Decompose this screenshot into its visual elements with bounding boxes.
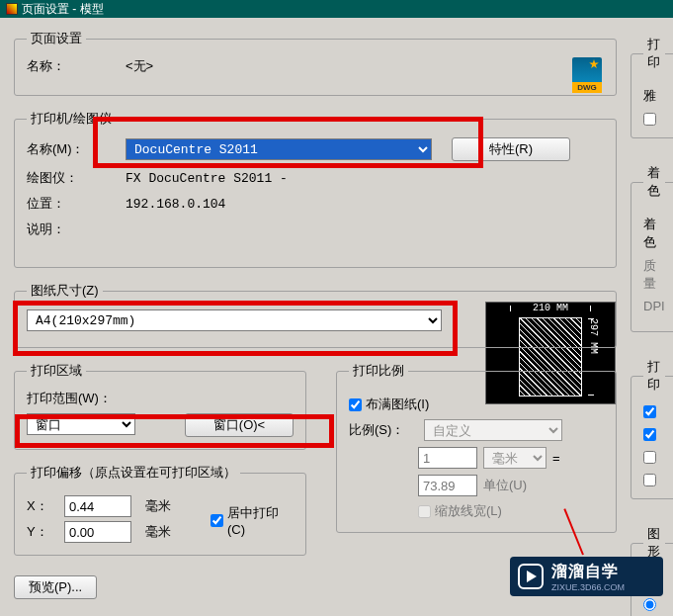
scale-num-unit[interactable]: 毫米	[483, 447, 547, 469]
scale-den-input[interactable]	[418, 475, 477, 496]
range-label: 打印范围(W)：	[27, 390, 294, 407]
fit-checkbox[interactable]	[349, 398, 362, 411]
right-ya: 雅	[643, 87, 665, 105]
linewidth-checkbox-label: 缩放线宽(L)	[418, 502, 604, 520]
opt-cb2[interactable]	[643, 428, 656, 441]
page-setup-legend: 页面设置	[27, 30, 86, 47]
highlight-box-paper	[13, 301, 458, 356]
scale-num-input[interactable]	[418, 447, 477, 469]
offset-x-label: X：	[27, 497, 54, 515]
opt-cb4[interactable]	[643, 474, 656, 486]
scale-group: 打印比例 布满图纸(I) 比例(S)： 自定义 毫米	[336, 362, 617, 533]
offset-legend: 打印偏移（原点设置在可打印区域）	[27, 464, 240, 482]
opt-cb3[interactable]	[643, 451, 656, 464]
right-print-legend: 打印	[643, 36, 665, 71]
center-text: 居中打印(C)	[227, 504, 294, 537]
app-icon	[6, 3, 18, 15]
paper-legend: 图纸尺寸(Z)	[27, 282, 103, 300]
fit-checkbox-label[interactable]: 布满图纸(I)	[349, 396, 604, 413]
preview-button[interactable]: 预览(P)...	[14, 575, 97, 599]
offset-y-label: Y：	[27, 523, 54, 541]
ratio-select[interactable]: 自定义	[424, 419, 562, 441]
quality-label: 质量	[643, 257, 665, 293]
right-style-group: 着色 着色 质量 DPI	[631, 164, 673, 332]
scale-den-unit: 单位(U)	[483, 477, 527, 494]
watermark-sub: ZIXUE.3D66.COM	[551, 582, 625, 592]
offset-x-input[interactable]	[64, 495, 131, 517]
offset-x-unit: 毫米	[145, 497, 181, 515]
style-label: 着色	[643, 216, 665, 251]
highlight-box-area	[15, 414, 334, 448]
linewidth-checkbox	[418, 505, 431, 518]
plotter-label: 绘图仪：	[27, 169, 126, 187]
watermark-name: 溜溜自学	[551, 562, 625, 582]
location-label: 位置：	[27, 195, 126, 213]
offset-y-unit: 毫米	[145, 523, 181, 541]
area-legend: 打印区域	[27, 362, 86, 380]
plotter-value: FX DocuCentre S2011 -	[126, 171, 288, 186]
ratio-label: 比例(S)：	[349, 421, 418, 439]
center-checkbox-label[interactable]: 居中打印(C)	[210, 504, 294, 537]
right-opts-group: 打印	[631, 358, 673, 499]
pagesetup-name-value: <无>	[126, 57, 153, 75]
right-opts-legend: 打印	[643, 358, 665, 394]
highlight-box-printer	[93, 117, 483, 168]
dwg-icon	[572, 57, 602, 93]
offset-group: 打印偏移（原点设置在可打印区域） X： 毫米 Y： 毫米	[14, 464, 306, 556]
play-icon	[518, 564, 544, 589]
center-checkbox[interactable]	[210, 514, 223, 527]
dpi-label: DPI	[643, 299, 665, 313]
desc-label: 说明：	[27, 220, 126, 238]
watermark-badge: 溜溜自学 ZIXUE.3D66.COM	[510, 557, 663, 596]
right-print-group: 打印 雅	[631, 36, 673, 138]
right-shape-legend: 图形	[643, 525, 665, 561]
eq-sign: =	[552, 451, 560, 466]
offset-y-input[interactable]	[64, 521, 131, 543]
right-print-cb[interactable]	[643, 113, 656, 126]
fit-text: 布满图纸(I)	[366, 396, 429, 413]
opt-cb1[interactable]	[643, 405, 656, 418]
location-value: 192.168.0.104	[126, 197, 225, 212]
pagesetup-name-label: 名称：	[27, 57, 126, 75]
shape-radio-2[interactable]	[643, 598, 656, 611]
right-style-legend: 着色	[643, 164, 665, 200]
page-setup-group: 页面设置 名称： <无>	[14, 30, 617, 96]
lw-text: 缩放线宽(L)	[435, 502, 502, 520]
titlebar: 页面设置 - 模型	[0, 0, 673, 18]
scale-legend: 打印比例	[349, 362, 408, 380]
window-title: 页面设置 - 模型	[22, 0, 104, 18]
